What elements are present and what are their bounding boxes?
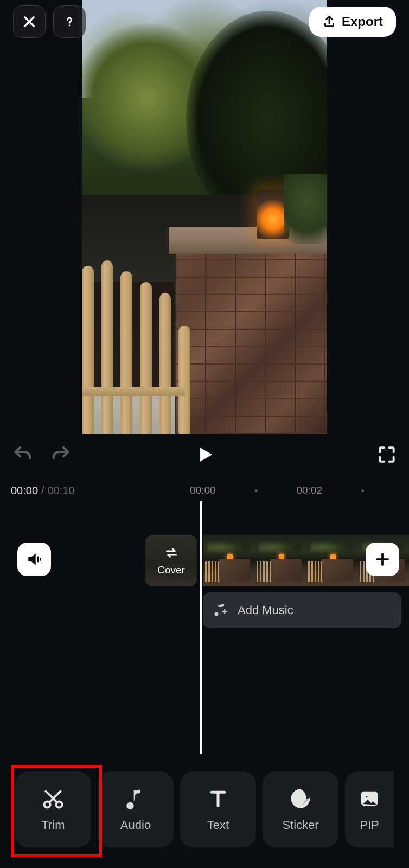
- tool-sticker[interactable]: Sticker: [263, 771, 338, 847]
- undo-button[interactable]: [12, 444, 34, 468]
- fullscreen-icon: [376, 444, 397, 465]
- scissors-icon: [41, 787, 65, 810]
- help-button[interactable]: [53, 5, 86, 38]
- export-button[interactable]: Export: [309, 7, 396, 37]
- plus-icon: [374, 551, 391, 567]
- help-icon: [62, 14, 77, 29]
- bottom-toolbar: Trim Audio Text Sticker PIP: [15, 771, 409, 847]
- preview-brick-wall: [175, 244, 327, 434]
- export-icon: [322, 15, 336, 29]
- undo-icon: [12, 444, 34, 465]
- tool-label: Text: [207, 818, 229, 832]
- tool-audio[interactable]: Audio: [98, 771, 174, 847]
- timeline-area[interactable]: Cover Add Music: [0, 505, 409, 754]
- tool-label: PIP: [360, 818, 379, 832]
- video-preview[interactable]: [82, 0, 327, 434]
- preview-fence: [82, 250, 190, 434]
- add-music-button[interactable]: Add Music: [203, 592, 401, 628]
- svg-point-2: [69, 25, 71, 27]
- time-current: 00:00: [11, 484, 38, 497]
- image-icon: [357, 787, 381, 810]
- playback-bar: [0, 438, 409, 473]
- text-icon: [206, 787, 230, 810]
- svg-point-8: [56, 802, 62, 808]
- clip-thumbnail: [306, 535, 357, 586]
- history-controls: [12, 444, 72, 468]
- preview-plant: [284, 174, 327, 244]
- export-label: Export: [342, 14, 383, 29]
- close-icon: [22, 14, 37, 29]
- clip-thumbnail: [203, 535, 254, 586]
- ruler-dot: [255, 489, 258, 492]
- music-note-icon: [124, 787, 148, 810]
- playhead[interactable]: [200, 501, 202, 754]
- top-bar: Export: [0, 4, 409, 39]
- svg-rect-4: [40, 558, 41, 560]
- speaker-icon: [25, 551, 43, 568]
- swap-icon: [164, 546, 178, 562]
- svg-rect-3: [37, 557, 39, 563]
- music-plus-icon: [213, 603, 228, 618]
- mute-button[interactable]: [17, 542, 51, 576]
- play-button[interactable]: [194, 444, 215, 467]
- time-total: 00:10: [48, 484, 75, 497]
- cover-button[interactable]: Cover: [145, 535, 197, 586]
- tool-label: Audio: [120, 818, 151, 832]
- ruler-tick: 00:02: [297, 484, 323, 496]
- svg-point-7: [44, 802, 50, 808]
- play-icon: [194, 444, 215, 465]
- tool-label: Sticker: [282, 818, 318, 832]
- tool-text[interactable]: Text: [180, 771, 256, 847]
- time-separator: /: [41, 484, 44, 497]
- timeline-ruler: 00:00 00:02: [190, 484, 409, 496]
- close-button[interactable]: [13, 5, 46, 38]
- tool-trim[interactable]: Trim: [15, 771, 91, 847]
- clip-thumbnail: [254, 535, 306, 586]
- sticker-icon: [289, 787, 312, 810]
- ruler-dot: [361, 489, 364, 492]
- ruler-tick: 00:00: [190, 484, 216, 496]
- time-row: 00:00 / 00:10 00:00 00:02: [0, 483, 409, 498]
- top-left-buttons: [13, 5, 86, 38]
- add-music-label: Add Music: [238, 603, 293, 617]
- redo-button[interactable]: [50, 444, 72, 468]
- fullscreen-button[interactable]: [376, 444, 397, 467]
- tool-pip[interactable]: PIP: [345, 771, 394, 847]
- add-clip-button[interactable]: [366, 542, 399, 576]
- svg-point-14: [365, 795, 369, 799]
- tool-label: Trim: [41, 818, 65, 832]
- cover-label: Cover: [157, 564, 185, 576]
- redo-icon: [50, 444, 72, 465]
